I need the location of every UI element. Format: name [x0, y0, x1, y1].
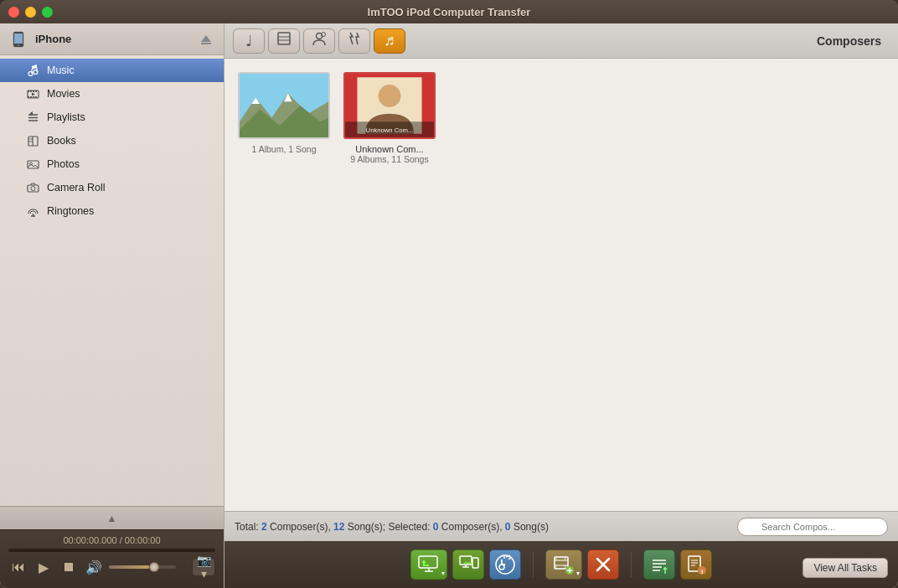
device-icon — [8, 29, 28, 49]
eject-button[interactable] — [197, 30, 215, 49]
tab-genres[interactable] — [338, 28, 370, 54]
composer-item-2[interactable]: Unknown Com... Unknown Com... 9 Albums, … — [343, 72, 436, 164]
tab-songs[interactable]: ♩ — [233, 28, 265, 54]
svg-rect-67 — [564, 565, 566, 569]
svg-rect-4 — [201, 43, 211, 44]
tab-composers[interactable]: ♬ — [374, 28, 405, 54]
volume-knob — [149, 562, 159, 572]
artists-tab-icon — [311, 30, 328, 51]
maximize-button[interactable] — [42, 7, 53, 18]
volume-fill — [109, 565, 149, 569]
export-list-button[interactable] — [643, 549, 675, 580]
add-to-device-dropdown-icon: ▾ — [441, 570, 445, 577]
selected-songs: 0 — [505, 521, 511, 533]
svg-point-29 — [31, 186, 35, 190]
sidebar-item-photos[interactable]: Photos — [0, 152, 224, 176]
rewind-button[interactable]: ⏮ — [8, 557, 28, 577]
music-label: Music — [47, 64, 75, 76]
svg-rect-1 — [14, 34, 23, 44]
window-controls — [8, 7, 53, 18]
window-title: ImTOO iPod Computer Transfer — [368, 6, 531, 18]
minimize-button[interactable] — [25, 7, 36, 18]
svg-point-2 — [18, 44, 19, 46]
volume-icon: 🔊 — [84, 557, 104, 577]
svg-rect-17 — [35, 96, 37, 98]
tab-albums[interactable] — [268, 28, 300, 54]
sidebar: iPhone — [0, 23, 224, 588]
right-panel: ♩ — [224, 23, 898, 588]
current-tab-label: Composers — [409, 34, 890, 48]
toolbar-separator-2 — [631, 552, 632, 577]
camera-roll-icon — [25, 180, 40, 195]
titlebar: ImTOO iPod Computer Transfer — [0, 0, 898, 23]
movies-label: Movies — [47, 88, 80, 100]
sidebar-collapse-button[interactable]: ▲ — [107, 513, 117, 524]
sidebar-device-header: iPhone — [0, 23, 224, 55]
svg-rect-16 — [33, 96, 34, 98]
stop-button[interactable]: ⏹ — [59, 557, 79, 577]
composer-1-sublabel: 1 Album, 1 Song — [251, 144, 316, 154]
sidebar-item-camera-roll[interactable]: Camera Roll — [0, 176, 224, 199]
playlists-label: Playlists — [47, 111, 85, 123]
sidebar-item-ringtones[interactable]: Ringtones — [0, 199, 224, 223]
composer-thumb-1 — [238, 72, 330, 139]
camera-roll-label: Camera Roll — [47, 182, 105, 193]
svg-marker-3 — [201, 35, 211, 42]
selected-composers: 0 — [433, 521, 439, 533]
photos-label: Photos — [47, 158, 80, 170]
sidebar-bottom: ▲ — [0, 506, 224, 529]
playback-controls: ⏮ ▶ ⏹ 🔊 📷 ▾ — [8, 557, 215, 577]
info-button[interactable]: i — [680, 549, 712, 580]
playback-bar: 00:00:00.000 / 00:00:00 ⏮ ▶ ⏹ 🔊 📷 ▾ — [0, 529, 224, 588]
close-button[interactable] — [8, 7, 19, 18]
tab-artists[interactable] — [303, 28, 335, 54]
svg-rect-54 — [472, 558, 478, 568]
svg-text:Unknown Com...: Unknown Com... — [366, 126, 414, 134]
sidebar-item-movies[interactable]: Movies — [0, 82, 224, 106]
add-song-button[interactable] — [489, 549, 521, 580]
svg-marker-78 — [663, 567, 668, 570]
volume-slider[interactable] — [109, 565, 176, 569]
toolbar-bottom: ▾ — [224, 541, 898, 588]
svg-point-44 — [379, 85, 401, 107]
total-songs: 12 — [333, 521, 344, 533]
sidebar-item-books[interactable]: Books — [0, 129, 224, 152]
ringtones-icon — [25, 204, 40, 219]
main-window: ImTOO iPod Computer Transfer iPhone — [0, 0, 898, 588]
view-all-tasks-button[interactable]: View All Tasks — [803, 558, 888, 578]
content-area: 1 Album, 1 Song — [224, 59, 898, 511]
svg-rect-11 — [30, 90, 32, 92]
svg-rect-13 — [35, 90, 37, 92]
svg-rect-14 — [28, 96, 29, 98]
transfer-to-computer-button[interactable] — [452, 549, 484, 580]
svg-rect-32 — [278, 33, 290, 44]
play-button[interactable]: ▶ — [34, 557, 54, 577]
books-icon — [25, 133, 40, 148]
composer-item-1[interactable]: 1 Album, 1 Song — [238, 72, 330, 164]
progress-bar[interactable] — [8, 549, 215, 552]
tab-bar: ♩ — [224, 23, 898, 59]
sidebar-items-list: Music — [0, 55, 224, 506]
composer-thumb-2: Unknown Com... — [343, 72, 436, 139]
svg-rect-66 — [564, 557, 566, 560]
svg-text:i: i — [701, 568, 703, 575]
photos-icon — [25, 157, 40, 172]
add-group: ▾ — [410, 549, 447, 580]
toolbar-separator-1 — [533, 552, 534, 577]
svg-marker-50 — [421, 560, 426, 563]
movies-icon — [25, 86, 40, 101]
sidebar-item-music[interactable]: Music — [0, 59, 224, 82]
total-composers: 2 — [261, 521, 267, 533]
screenshot-button[interactable]: 📷 ▾ — [192, 558, 215, 576]
edit-playlist-button[interactable]: ▾ — [545, 549, 582, 580]
search-input[interactable] — [761, 522, 879, 532]
svg-rect-15 — [30, 96, 32, 98]
svg-rect-12 — [33, 90, 34, 92]
bottom-area: ▾ — [224, 541, 898, 588]
svg-rect-65 — [555, 565, 557, 569]
composer-2-name: Unknown Com... — [355, 144, 423, 154]
delete-button[interactable] — [587, 549, 619, 580]
time-display: 00:00:00.000 / 00:00:00 — [8, 535, 215, 545]
add-to-device-button[interactable]: ▾ — [410, 549, 447, 580]
sidebar-item-playlists[interactable]: Playlists — [0, 106, 224, 129]
